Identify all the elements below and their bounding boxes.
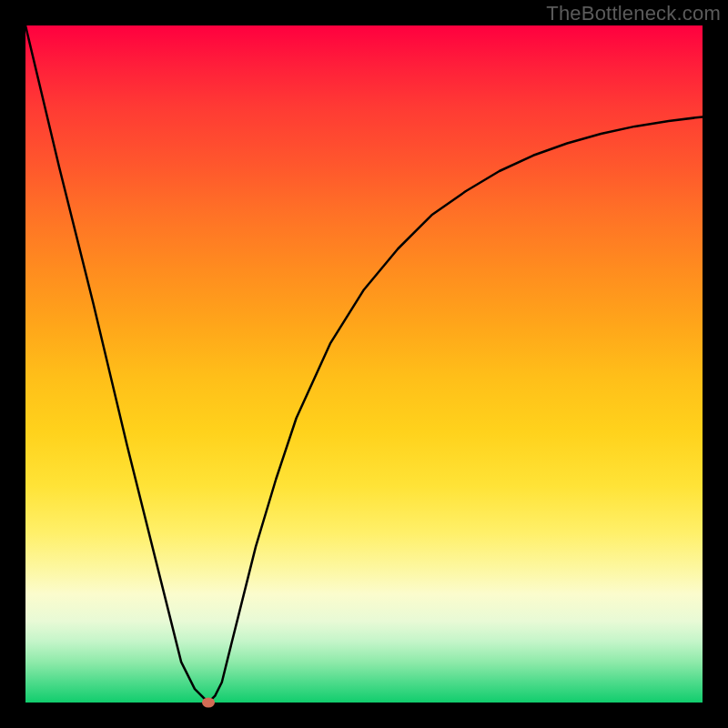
watermark-text: TheBottleneck.com bbox=[546, 2, 721, 25]
chart-frame: TheBottleneck.com bbox=[0, 0, 728, 728]
optimal-point-marker bbox=[202, 698, 215, 708]
bottle-curve bbox=[25, 25, 703, 703]
plot-area bbox=[25, 25, 703, 703]
